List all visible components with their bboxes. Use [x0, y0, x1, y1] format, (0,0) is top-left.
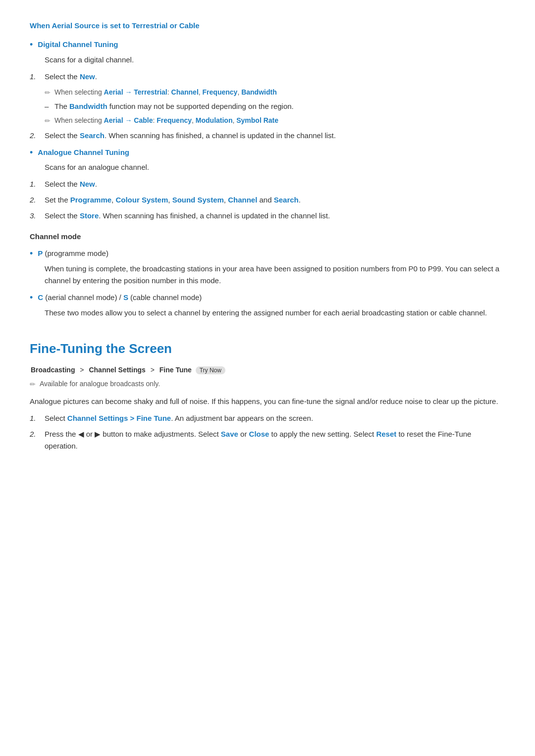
fine-tune-note: ✏ Available for analogue broadcasts only… — [30, 378, 505, 390]
channel-mode-cs-bullet: • C (aerial channel mode) / S (cable cha… — [30, 292, 505, 305]
digital-dash-note: – The Bandwidth function may not be supp… — [45, 101, 505, 112]
bullet-dot-analogue: • — [30, 146, 33, 160]
analogue-step3-num: 3. — [30, 210, 45, 222]
analogue-step1-num: 1. — [30, 178, 45, 190]
fine-tune-step1-num: 1. — [30, 412, 45, 424]
breadcrumb-sep2: > — [150, 366, 158, 374]
digital-step1-num: 1. — [30, 71, 45, 83]
digital-step1-text: Select the New. — [45, 71, 97, 83]
digital-note2-text: When selecting Aerial → Cable: Frequency… — [54, 115, 278, 126]
breadcrumb-channel-settings[interactable]: Channel Settings — [89, 366, 145, 374]
pencil-icon-fine-tune: ✏ — [30, 379, 36, 390]
channel-mode-cs-label: C (aerial channel mode) / S (cable chann… — [38, 292, 202, 303]
analogue-step2: 2. Set the Programme, Colour System, Sou… — [30, 194, 505, 206]
fine-tune-step1: 1. Select Channel Settings > Fine Tune. … — [30, 412, 505, 424]
breadcrumb: Broadcasting > Channel Settings > Fine T… — [30, 364, 505, 375]
digital-note1-text: When selecting Aerial → Terrestrial: Cha… — [54, 87, 277, 98]
try-now-badge[interactable]: Try Now — [196, 366, 225, 374]
breadcrumb-broadcasting[interactable]: Broadcasting — [31, 366, 75, 374]
analogue-tuning-bullet: • Analogue Channel Tuning — [30, 147, 505, 160]
breadcrumb-fine-tune[interactable]: Fine Tune — [160, 366, 192, 374]
bullet-dot-p: • — [30, 247, 33, 261]
dash-symbol: – — [45, 101, 51, 112]
analogue-tuning-desc: Scans for an analogue channel. — [45, 161, 505, 173]
digital-tuning-desc: Scans for a digital channel. — [45, 54, 505, 66]
aerial-source-heading: When Aerial Source is set to Terrestrial… — [30, 20, 505, 32]
pencil-icon-1: ✏ — [45, 87, 51, 98]
digital-step2-text: Select the Search. When scanning has fin… — [45, 130, 336, 142]
pencil-icon-2: ✏ — [45, 115, 51, 126]
digital-tuning-label: Digital Channel Tuning — [38, 39, 118, 50]
channel-mode-cs-body: These two modes allow you to select a ch… — [45, 307, 505, 319]
channel-mode-p-body: When tuning is complete, the broadcastin… — [45, 263, 505, 287]
fine-tune-note-text: Available for analogue broadcasts only. — [40, 378, 160, 389]
analogue-step2-text: Set the Programme, Colour System, Sound … — [45, 194, 301, 206]
channel-mode-p-bullet: • P (programme mode) — [30, 248, 505, 261]
digital-step2-num: 2. — [30, 130, 45, 142]
analogue-tuning-label: Analogue Channel Tuning — [38, 147, 129, 158]
digital-dash-text: The Bandwidth function may not be suppor… — [54, 101, 294, 112]
digital-note1: ✏ When selecting Aerial → Terrestrial: C… — [45, 87, 505, 98]
fine-tune-step2-num: 2. — [30, 428, 45, 440]
analogue-step2-num: 2. — [30, 194, 45, 206]
fine-tune-step1-text: Select Channel Settings > Fine Tune. An … — [45, 412, 313, 424]
fine-tune-step2-text: Press the ◀ or ▶ button to make adjustme… — [45, 428, 505, 452]
digital-step1: 1. Select the New. — [30, 71, 505, 83]
fine-tune-body: Analogue pictures can become shaky and f… — [30, 396, 505, 407]
analogue-step3-text: Select the Store. When scanning has fini… — [45, 210, 330, 222]
channel-mode-heading: Channel mode — [30, 231, 505, 243]
digital-tuning-bullet: • Digital Channel Tuning — [30, 39, 505, 52]
analogue-step3: 3. Select the Store. When scanning has f… — [30, 210, 505, 222]
bullet-dot-cs: • — [30, 291, 33, 305]
fine-tuning-heading: Fine-Tuning the Screen — [30, 339, 505, 359]
breadcrumb-sep1: > — [79, 366, 87, 374]
channel-mode-p-label: P (programme mode) — [38, 248, 108, 259]
digital-step2: 2. Select the Search. When scanning has … — [30, 130, 505, 142]
analogue-step1: 1. Select the New. — [30, 178, 505, 190]
analogue-step1-text: Select the New. — [45, 178, 97, 190]
digital-note2: ✏ When selecting Aerial → Cable: Frequen… — [45, 115, 505, 126]
bullet-dot-digital: • — [30, 38, 33, 52]
fine-tune-step2: 2. Press the ◀ or ▶ button to make adjus… — [30, 428, 505, 452]
